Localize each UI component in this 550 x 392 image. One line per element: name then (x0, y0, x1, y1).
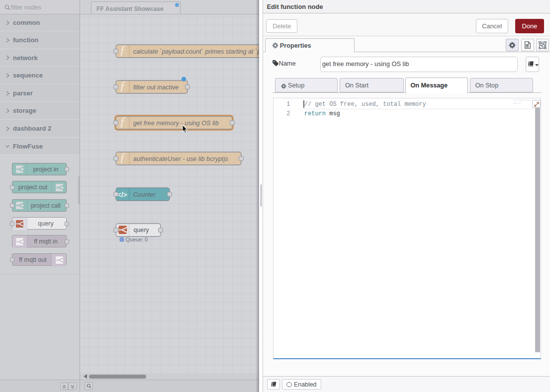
svg-text:calculate `payload.count` prim: calculate `payload.count` primes startin… (133, 48, 261, 55)
svg-text:Counter: Counter (133, 191, 156, 198)
svg-text:authenticateUser - use lib bcr: authenticateUser - use lib bcryptjs (133, 156, 229, 162)
svg-text:ƒ: ƒ (119, 43, 126, 57)
svg-text:query: query (134, 227, 150, 234)
svg-text:ƒ: ƒ (119, 150, 126, 164)
svg-text:</>: </> (117, 191, 127, 199)
svg-text:ƒ: ƒ (119, 78, 126, 93)
svg-text:get free memory - using OS lib: get free memory - using OS lib (133, 120, 219, 127)
svg-text:filter out inactive: filter out inactive (133, 84, 179, 91)
svg-text:ƒ: ƒ (119, 114, 126, 129)
svg-text:Queue: 0: Queue: 0 (126, 236, 148, 242)
